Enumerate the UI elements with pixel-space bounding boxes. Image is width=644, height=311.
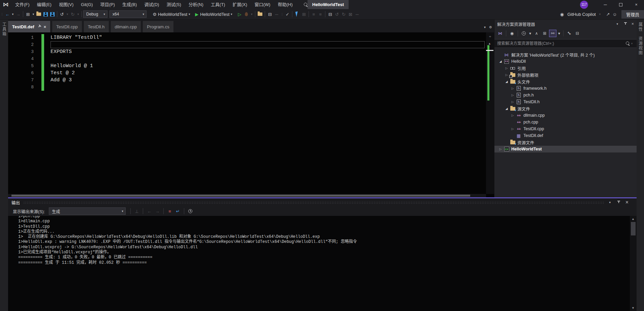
code-line[interactable]: 5HelloWorld @ 1 xyxy=(8,62,486,69)
hot-reload-caret-icon[interactable] xyxy=(250,10,254,18)
previous-message-button[interactable] xyxy=(146,207,153,215)
sync-with-active-document-button[interactable]: ⊞ xyxy=(541,30,548,37)
document-tab[interactable]: Program.cs xyxy=(143,21,173,32)
startup-item-caret-icon[interactable] xyxy=(187,10,191,18)
output-source-dropdown[interactable]: 生成▾ xyxy=(49,207,126,215)
collapse-all-button[interactable]: ∧ xyxy=(533,30,540,37)
tab-list-caret-icon[interactable]: ▾ xyxy=(484,25,486,29)
tree-item[interactable]: ▷外部依赖项 xyxy=(494,72,637,78)
toolbar-overflow-icon[interactable] xyxy=(273,10,280,18)
tree-item[interactable]: ◢++HelloDll xyxy=(494,58,637,65)
save-button[interactable] xyxy=(43,12,48,17)
tree-item[interactable]: ◢源文件 xyxy=(494,105,637,112)
tree-item[interactable]: ++pch.cpp xyxy=(494,119,637,125)
open-file-button[interactable] xyxy=(36,12,41,16)
collapsed-arrow-icon[interactable]: ▷ xyxy=(510,127,515,131)
clear-bookmarks-button[interactable] xyxy=(347,10,354,18)
menu-item[interactable]: 文件(F) xyxy=(11,0,33,9)
editor-horizontal-scrollbar[interactable] xyxy=(8,194,486,197)
scroll-down-icon[interactable]: ▼ xyxy=(632,306,635,310)
tree-item[interactable]: ▷hpch.h xyxy=(494,92,637,98)
collapsed-arrow-icon[interactable]: ▷ xyxy=(504,73,509,77)
toggle-word-wrap-button[interactable] xyxy=(174,207,181,215)
document-tab[interactable]: dllmain.cpp xyxy=(111,21,141,32)
collapsed-arrow-icon[interactable]: ▷ xyxy=(504,66,509,70)
code-editor[interactable]: 1LIBRARY "TestDll"23EXPORTS45HelloWorld … xyxy=(8,32,494,197)
output-pin-icon[interactable] xyxy=(617,200,621,204)
tree-item[interactable]: ◢头文件 xyxy=(494,78,637,85)
close-button[interactable]: × xyxy=(629,0,644,9)
tree-item[interactable]: ▷++TestDll.cpp xyxy=(494,125,637,132)
tree-item[interactable]: ▷hframework.h xyxy=(494,85,637,92)
switch-views-button[interactable]: ⋈ xyxy=(496,30,504,37)
menu-item[interactable]: 帮助(H) xyxy=(274,0,296,9)
clear-all-output-button[interactable] xyxy=(166,207,173,215)
select-pointer-button[interactable] xyxy=(295,11,299,17)
run-target-label[interactable]: HelloWorldTest xyxy=(200,12,229,17)
collapsed-arrow-icon[interactable]: ▷ xyxy=(510,100,515,104)
code-line[interactable]: 2 xyxy=(8,41,486,48)
next-message-button[interactable] xyxy=(154,207,161,215)
code-line[interactable]: 8 xyxy=(8,84,486,91)
share-button[interactable] xyxy=(605,10,611,18)
tree-item[interactable]: ▷C#HelloWorldTest xyxy=(494,146,637,152)
filter-caret-icon[interactable]: ▾ xyxy=(528,30,532,37)
menu-item[interactable]: 视图(V) xyxy=(55,0,77,9)
collapsed-arrow-icon[interactable]: ▷ xyxy=(510,87,515,90)
decrease-indent-button[interactable] xyxy=(310,10,317,18)
scroll-up-icon[interactable]: ▲ xyxy=(488,42,491,45)
search-options-caret-icon[interactable] xyxy=(630,40,634,47)
navigate-back-button[interactable] xyxy=(4,10,11,18)
start-debugging-button[interactable] xyxy=(193,10,200,18)
minimize-button[interactable]: ─ xyxy=(598,0,613,9)
tree-item[interactable]: ⋈解决方案 'HelloWorldTest' (2 个项目, 共 2 个) xyxy=(494,51,637,58)
solution-platform-dropdown[interactable]: x64▾ xyxy=(109,10,147,18)
output-vertical-scrollbar[interactable]: ▲ ▼ xyxy=(630,216,637,311)
panel-drag-texture[interactable] xyxy=(23,201,605,204)
editor-vertical-scrollbar[interactable]: ÷ ▲ xyxy=(486,32,494,194)
menu-item[interactable]: 调试(D) xyxy=(140,0,163,9)
scroll-up-icon[interactable]: ▲ xyxy=(632,217,635,221)
collapsed-arrow-icon[interactable]: ▷ xyxy=(498,147,503,151)
sync-selection-toggle[interactable]: ⚯ xyxy=(549,30,556,37)
document-tab[interactable]: TestDll.cpp xyxy=(52,21,82,32)
maximize-button[interactable] xyxy=(613,0,629,9)
redo-button[interactable] xyxy=(69,10,76,18)
menu-item[interactable]: 窗口(W) xyxy=(251,0,274,9)
tree-item[interactable]: ▷++dllmain.cpp xyxy=(494,112,637,119)
autohide-tab[interactable]: 工具箱 xyxy=(1,22,7,36)
document-tab[interactable]: TestDll.def× xyxy=(8,21,50,32)
code-line[interactable]: 7Add @ 3 xyxy=(8,77,486,84)
search-icon[interactable] xyxy=(626,41,630,46)
expanded-arrow-icon[interactable]: ◢ xyxy=(498,60,503,63)
autohide-tab[interactable]: 属性 xyxy=(638,22,643,32)
new-project-caret-icon[interactable] xyxy=(31,10,35,18)
tree-item[interactable]: ▷hTestDll.h xyxy=(494,98,637,105)
close-panel-icon[interactable]: × xyxy=(632,22,634,26)
pin-tab-icon[interactable] xyxy=(36,24,42,30)
toolbar-grip2-icon[interactable] xyxy=(280,10,284,18)
auto-hide-pin-icon[interactable] xyxy=(623,22,627,26)
new-project-button[interactable] xyxy=(25,10,31,18)
run-target-caret-icon[interactable] xyxy=(229,10,233,18)
code-line[interactable]: 4 xyxy=(8,55,486,62)
user-avatar[interactable]: 117 xyxy=(580,1,588,9)
menu-item[interactable]: 工具(T) xyxy=(207,0,229,9)
goto-message-button[interactable] xyxy=(133,207,140,215)
tree-item[interactable]: 资源文件 xyxy=(494,139,637,146)
menu-item[interactable]: 分析(N) xyxy=(185,0,207,9)
output-position-caret-icon[interactable] xyxy=(608,199,612,206)
previous-bookmark-button[interactable] xyxy=(333,10,340,18)
toolbar-grip-icon[interactable] xyxy=(0,10,4,18)
menu-item[interactable]: 扩展(X) xyxy=(229,0,251,9)
solution-configuration-dropdown[interactable]: Debug▾ xyxy=(83,10,107,18)
navigate-back-caret-icon[interactable] xyxy=(11,10,15,18)
expanded-arrow-icon[interactable]: ◢ xyxy=(504,107,509,110)
editor-split-grip-icon[interactable]: ÷ xyxy=(487,34,493,39)
toggle-bookmark-button[interactable] xyxy=(327,10,333,18)
document-tab[interactable]: TestDll.h xyxy=(84,21,109,32)
code-cleanup-button[interactable] xyxy=(284,10,291,18)
paste-button[interactable] xyxy=(300,10,307,18)
hot-reload-button[interactable] xyxy=(245,12,248,16)
github-copilot-button[interactable]: GitHub Copilot xyxy=(558,10,602,18)
